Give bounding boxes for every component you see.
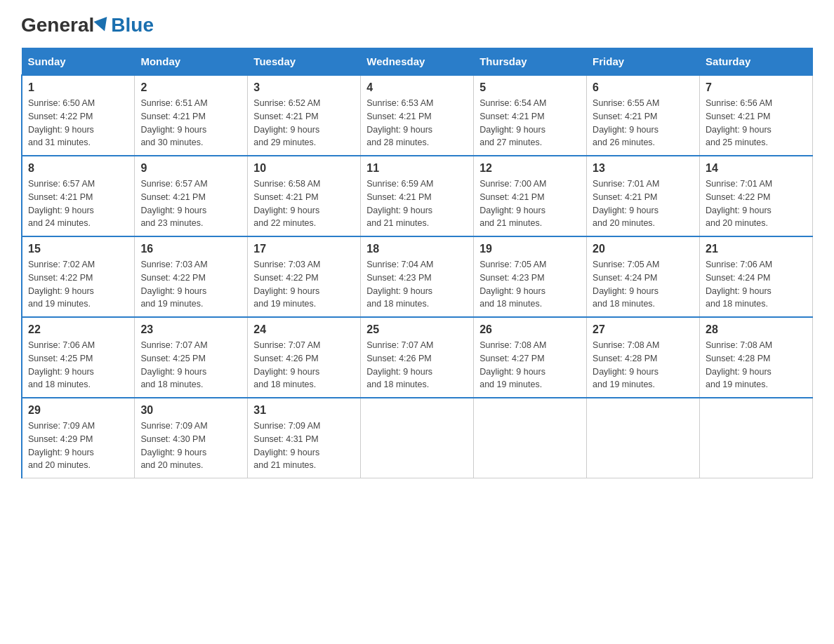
- table-row: 12Sunrise: 7:00 AMSunset: 4:21 PMDayligh…: [474, 156, 587, 236]
- logo-blue-text: Blue: [111, 14, 154, 36]
- day-info: Sunrise: 7:04 AMSunset: 4:23 PMDaylight:…: [366, 258, 468, 311]
- table-row: [700, 398, 813, 478]
- day-info: Sunrise: 7:03 AMSunset: 4:22 PMDaylight:…: [140, 258, 241, 311]
- day-number: 29: [28, 404, 128, 417]
- day-header-friday: Friday: [587, 48, 700, 76]
- week-row-1: 1Sunrise: 6:50 AMSunset: 4:22 PMDaylight…: [22, 75, 813, 156]
- day-info: Sunrise: 7:09 AMSunset: 4:30 PMDaylight:…: [140, 420, 241, 472]
- table-row: 30Sunrise: 7:09 AMSunset: 4:30 PMDayligh…: [135, 398, 248, 478]
- day-info: Sunrise: 6:53 AMSunset: 4:21 PMDaylight:…: [366, 97, 468, 149]
- day-header-wednesday: Wednesday: [361, 48, 474, 76]
- day-info: Sunrise: 7:06 AMSunset: 4:24 PMDaylight:…: [706, 258, 807, 311]
- table-row: 13Sunrise: 7:01 AMSunset: 4:21 PMDayligh…: [587, 156, 700, 236]
- table-row: 17Sunrise: 7:03 AMSunset: 4:22 PMDayligh…: [248, 236, 361, 317]
- table-row: 24Sunrise: 7:07 AMSunset: 4:26 PMDayligh…: [248, 317, 361, 398]
- day-info: Sunrise: 7:08 AMSunset: 4:28 PMDaylight:…: [593, 339, 694, 391]
- day-number: 30: [140, 404, 241, 417]
- day-header-tuesday: Tuesday: [248, 48, 361, 76]
- day-number: 4: [366, 81, 468, 94]
- day-number: 7: [706, 81, 807, 94]
- table-row: 29Sunrise: 7:09 AMSunset: 4:29 PMDayligh…: [22, 398, 135, 478]
- table-row: 9Sunrise: 6:57 AMSunset: 4:21 PMDaylight…: [135, 156, 248, 236]
- day-info: Sunrise: 6:51 AMSunset: 4:21 PMDaylight:…: [140, 97, 241, 149]
- table-row: 2Sunrise: 6:51 AMSunset: 4:21 PMDaylight…: [135, 75, 248, 156]
- day-number: 27: [593, 323, 694, 336]
- day-info: Sunrise: 7:09 AMSunset: 4:29 PMDaylight:…: [28, 420, 128, 472]
- table-row: 31Sunrise: 7:09 AMSunset: 4:31 PMDayligh…: [248, 398, 361, 478]
- day-number: 8: [28, 162, 128, 175]
- day-number: 2: [140, 81, 241, 94]
- day-number: 12: [479, 162, 581, 175]
- day-number: 9: [140, 162, 241, 175]
- day-info: Sunrise: 7:07 AMSunset: 4:26 PMDaylight:…: [366, 339, 468, 391]
- day-number: 19: [479, 243, 581, 255]
- logo-general: General: [21, 14, 94, 36]
- day-info: Sunrise: 6:57 AMSunset: 4:21 PMDaylight:…: [28, 177, 128, 230]
- day-info: Sunrise: 6:56 AMSunset: 4:21 PMDaylight:…: [706, 97, 807, 149]
- table-row: 11Sunrise: 6:59 AMSunset: 4:21 PMDayligh…: [361, 156, 474, 236]
- table-row: 28Sunrise: 7:08 AMSunset: 4:28 PMDayligh…: [700, 317, 813, 398]
- day-number: 16: [140, 243, 241, 255]
- table-row: 21Sunrise: 7:06 AMSunset: 4:24 PMDayligh…: [700, 236, 813, 317]
- table-row: 4Sunrise: 6:53 AMSunset: 4:21 PMDaylight…: [361, 75, 474, 156]
- table-row: 7Sunrise: 6:56 AMSunset: 4:21 PMDaylight…: [700, 75, 813, 156]
- day-number: 22: [28, 323, 128, 336]
- table-row: 14Sunrise: 7:01 AMSunset: 4:22 PMDayligh…: [700, 156, 813, 236]
- day-number: 10: [253, 162, 355, 175]
- table-row: [361, 398, 474, 478]
- calendar-table: SundayMondayTuesdayWednesdayThursdayFrid…: [21, 48, 813, 478]
- day-number: 21: [706, 243, 807, 255]
- day-info: Sunrise: 7:02 AMSunset: 4:22 PMDaylight:…: [28, 258, 128, 311]
- day-number: 5: [479, 81, 581, 94]
- day-info: Sunrise: 7:09 AMSunset: 4:31 PMDaylight:…: [253, 420, 355, 472]
- table-row: 26Sunrise: 7:08 AMSunset: 4:27 PMDayligh…: [474, 317, 587, 398]
- day-number: 18: [366, 243, 468, 255]
- day-info: Sunrise: 6:58 AMSunset: 4:21 PMDaylight:…: [253, 177, 355, 230]
- day-number: 28: [706, 323, 807, 336]
- table-row: 5Sunrise: 6:54 AMSunset: 4:21 PMDaylight…: [474, 75, 587, 156]
- days-of-week-row: SundayMondayTuesdayWednesdayThursdayFrid…: [22, 48, 813, 76]
- day-number: 23: [140, 323, 241, 336]
- table-row: 22Sunrise: 7:06 AMSunset: 4:25 PMDayligh…: [22, 317, 135, 398]
- day-number: 6: [593, 81, 694, 94]
- day-info: Sunrise: 7:01 AMSunset: 4:22 PMDaylight:…: [706, 177, 807, 230]
- table-row: 8Sunrise: 6:57 AMSunset: 4:21 PMDaylight…: [22, 156, 135, 236]
- table-row: 6Sunrise: 6:55 AMSunset: 4:21 PMDaylight…: [587, 75, 700, 156]
- day-info: Sunrise: 7:03 AMSunset: 4:22 PMDaylight:…: [253, 258, 355, 311]
- day-number: 11: [366, 162, 468, 175]
- day-info: Sunrise: 7:07 AMSunset: 4:25 PMDaylight:…: [140, 339, 241, 391]
- table-row: 25Sunrise: 7:07 AMSunset: 4:26 PMDayligh…: [361, 317, 474, 398]
- day-number: 26: [479, 323, 581, 336]
- table-row: 10Sunrise: 6:58 AMSunset: 4:21 PMDayligh…: [248, 156, 361, 236]
- table-row: 19Sunrise: 7:05 AMSunset: 4:23 PMDayligh…: [474, 236, 587, 317]
- day-number: 13: [593, 162, 694, 175]
- table-row: 18Sunrise: 7:04 AMSunset: 4:23 PMDayligh…: [361, 236, 474, 317]
- day-number: 24: [253, 323, 355, 336]
- day-number: 1: [28, 81, 128, 94]
- day-info: Sunrise: 6:54 AMSunset: 4:21 PMDaylight:…: [479, 97, 581, 149]
- day-number: 15: [28, 243, 128, 255]
- day-header-sunday: Sunday: [22, 48, 135, 76]
- day-number: 20: [593, 243, 694, 255]
- day-info: Sunrise: 7:06 AMSunset: 4:25 PMDaylight:…: [28, 339, 128, 391]
- day-number: 25: [366, 323, 468, 336]
- week-row-3: 15Sunrise: 7:02 AMSunset: 4:22 PMDayligh…: [22, 236, 813, 317]
- table-row: 16Sunrise: 7:03 AMSunset: 4:22 PMDayligh…: [135, 236, 248, 317]
- day-number: 17: [253, 243, 355, 255]
- day-info: Sunrise: 7:05 AMSunset: 4:24 PMDaylight:…: [593, 258, 694, 311]
- table-row: 3Sunrise: 6:52 AMSunset: 4:21 PMDaylight…: [248, 75, 361, 156]
- table-row: 20Sunrise: 7:05 AMSunset: 4:24 PMDayligh…: [587, 236, 700, 317]
- table-row: 23Sunrise: 7:07 AMSunset: 4:25 PMDayligh…: [135, 317, 248, 398]
- calendar-body: 1Sunrise: 6:50 AMSunset: 4:22 PMDaylight…: [22, 75, 813, 478]
- day-header-thursday: Thursday: [474, 48, 587, 76]
- day-info: Sunrise: 7:08 AMSunset: 4:28 PMDaylight:…: [706, 339, 807, 391]
- table-row: [587, 398, 700, 478]
- logo-triangle-icon: [94, 17, 112, 34]
- logo-text: General Blue: [21, 14, 154, 36]
- calendar-header: SundayMondayTuesdayWednesdayThursdayFrid…: [22, 48, 813, 76]
- table-row: 27Sunrise: 7:08 AMSunset: 4:28 PMDayligh…: [587, 317, 700, 398]
- day-header-saturday: Saturday: [700, 48, 813, 76]
- day-header-monday: Monday: [135, 48, 248, 76]
- day-info: Sunrise: 7:00 AMSunset: 4:21 PMDaylight:…: [479, 177, 581, 230]
- page-header: General Blue: [21, 14, 813, 34]
